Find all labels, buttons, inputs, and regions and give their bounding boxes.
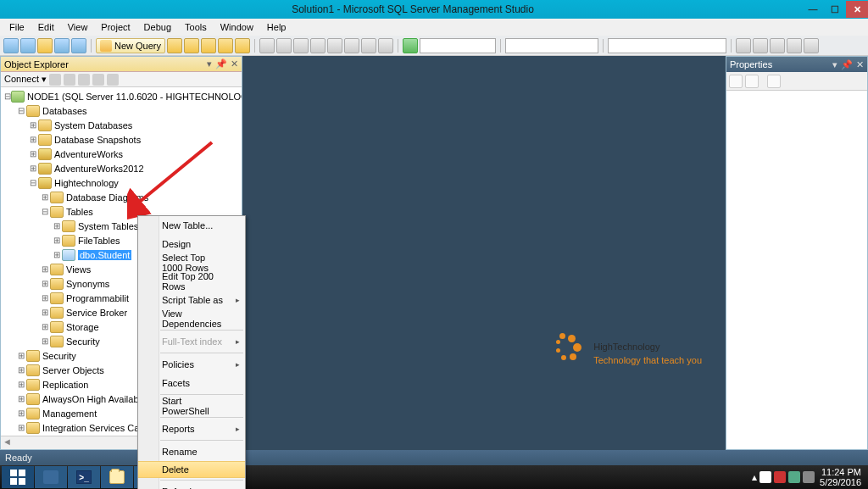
ctx-design[interactable]: Design — [138, 235, 245, 253]
expand-icon[interactable]: ⊞ — [28, 164, 38, 173]
dropdown-icon[interactable]: ▾ — [832, 59, 837, 70]
ctx-facets[interactable]: Facets — [138, 374, 245, 392]
expand-icon[interactable]: ⊞ — [40, 293, 50, 303]
start-button[interactable] — [2, 466, 34, 488]
tree-item[interactable]: Integration Services Cat — [42, 423, 142, 433]
toolbar-icon[interactable] — [49, 74, 61, 86]
tree-item-selected[interactable]: dbo.Student — [78, 250, 131, 260]
tool-icon[interactable] — [167, 38, 182, 53]
pin-icon[interactable]: 📌 — [215, 58, 227, 69]
close-panel-icon[interactable]: ✕ — [856, 59, 864, 70]
expand-icon[interactable]: ⊞ — [40, 336, 50, 346]
shield-icon[interactable] — [774, 471, 786, 483]
ctx-view-deps[interactable]: View Dependencies — [138, 309, 245, 328]
connect-dropdown[interactable]: Connect ▾ — [4, 74, 47, 85]
tool-icon[interactable] — [736, 38, 751, 53]
property-pages-icon[interactable] — [767, 75, 781, 88]
taskbar-server-manager[interactable] — [35, 466, 67, 488]
save-all-icon[interactable] — [71, 38, 86, 53]
categorize-icon[interactable] — [729, 75, 743, 88]
tool-icon[interactable] — [201, 38, 216, 53]
taskbar-explorer[interactable] — [101, 466, 133, 488]
ctx-reports[interactable]: Reports — [138, 420, 245, 438]
expand-icon[interactable]: ⊞ — [40, 192, 50, 202]
expand-icon[interactable]: ⊞ — [52, 250, 62, 259]
flag-icon[interactable] — [760, 471, 771, 483]
expand-icon[interactable]: ⊞ — [16, 423, 26, 432]
tree-item[interactable]: FileTables — [78, 236, 120, 246]
tree-item[interactable]: Security — [42, 351, 76, 361]
ctx-rename[interactable]: Rename — [138, 442, 245, 461]
tree-item[interactable]: Programmabilit — [66, 293, 129, 303]
menu-edit[interactable]: Edit — [32, 20, 60, 34]
tree-item[interactable]: Tables — [66, 207, 93, 217]
tool-icon[interactable] — [804, 38, 819, 53]
expand-icon[interactable]: ⊞ — [28, 135, 38, 144]
menu-file[interactable]: File — [3, 20, 31, 34]
system-tray[interactable]: ▴ — [752, 471, 815, 483]
tool-icon[interactable] — [235, 38, 250, 53]
new-project-icon[interactable] — [3, 38, 19, 53]
tree-item[interactable]: Hightechnology — [54, 178, 119, 188]
tool-icon[interactable] — [753, 38, 768, 53]
ctx-new-table[interactable]: New Table... — [138, 216, 245, 235]
network-icon[interactable] — [788, 471, 800, 483]
tool-icon[interactable] — [787, 38, 802, 53]
tree-item[interactable]: Server Objects — [42, 365, 104, 375]
combo-2[interactable] — [505, 38, 598, 53]
close-panel-icon[interactable]: ✕ — [231, 58, 238, 69]
menu-view[interactable]: View — [62, 20, 94, 34]
paste-icon[interactable] — [293, 38, 309, 53]
tree-root[interactable]: NODE1 (SQL Server 11.0.6020 - HIGHTECHNO… — [27, 92, 242, 102]
ctx-script-table[interactable]: Script Table as — [138, 291, 245, 309]
close-button[interactable]: ✕ — [846, 1, 868, 18]
expand-icon[interactable]: ⊞ — [16, 365, 26, 375]
add-icon[interactable] — [20, 38, 36, 53]
new-query-button[interactable]: New Query — [96, 38, 165, 53]
sort-icon[interactable] — [745, 75, 759, 88]
expand-icon[interactable]: ⊞ — [16, 351, 26, 360]
undo-icon[interactable] — [310, 38, 326, 53]
dropdown-icon[interactable]: ▾ — [207, 58, 212, 69]
menu-debug[interactable]: Debug — [138, 20, 177, 34]
combo-3[interactable] — [608, 38, 726, 53]
minimize-button[interactable]: — — [802, 1, 824, 18]
tree-item[interactable]: Views — [66, 264, 91, 275]
copy-icon[interactable] — [276, 38, 292, 53]
tool-icon[interactable] — [218, 38, 233, 53]
tree-item[interactable]: Service Broker — [66, 308, 127, 318]
toolbar-icon[interactable] — [64, 74, 75, 86]
redo-icon[interactable] — [327, 38, 342, 53]
tree-item[interactable]: System Databases — [54, 120, 132, 131]
ctx-powershell[interactable]: Start PowerShell — [138, 397, 245, 415]
menu-tools[interactable]: Tools — [179, 20, 213, 34]
open-file-icon[interactable] — [37, 38, 53, 53]
menu-project[interactable]: Project — [95, 20, 136, 34]
ctx-select-top[interactable]: Select Top 1000 Rows — [138, 253, 245, 272]
menu-window[interactable]: Window — [214, 20, 259, 34]
expand-icon[interactable]: ⊞ — [40, 322, 50, 331]
collapse-icon[interactable]: ⊟ — [40, 207, 50, 216]
expand-icon[interactable]: ⊞ — [28, 120, 38, 130]
toolbar-icon[interactable] — [107, 74, 119, 86]
tool-icon[interactable] — [361, 38, 376, 53]
database-combo[interactable] — [420, 38, 496, 53]
ctx-edit-top[interactable]: Edit Top 200 Rows — [138, 272, 245, 291]
tree-item[interactable]: Replication — [42, 380, 88, 390]
tree-item[interactable]: System Tables — [78, 221, 138, 231]
save-icon[interactable] — [54, 38, 70, 53]
pin-icon[interactable]: 📌 — [841, 59, 853, 70]
tree-item[interactable]: AlwaysOn High Availabil — [42, 394, 142, 404]
toolbar-icon[interactable] — [92, 74, 104, 86]
expand-icon[interactable]: ⊞ — [40, 279, 50, 288]
tree-item[interactable]: Storage — [66, 322, 99, 332]
volume-icon[interactable] — [803, 471, 815, 483]
taskbar-clock[interactable]: 11:24 PM 5/29/2016 — [820, 467, 861, 487]
ctx-delete[interactable]: Delete — [138, 461, 245, 478]
tree-item[interactable]: AdventureWorks — [54, 149, 123, 159]
expand-icon[interactable]: ⊞ — [40, 308, 50, 317]
expand-icon[interactable]: ⊞ — [52, 236, 62, 245]
tree-item[interactable]: Management — [42, 408, 97, 419]
tree-databases[interactable]: Databases — [42, 106, 87, 116]
expand-icon[interactable]: ⊞ — [16, 408, 26, 418]
